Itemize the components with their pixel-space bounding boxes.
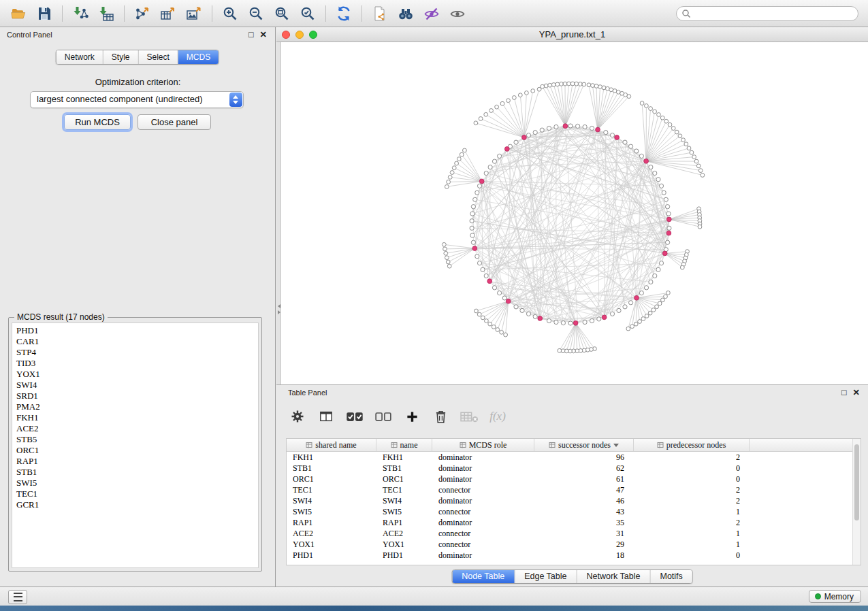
table-row[interactable]: SWI4SWI4dominator462 [287,495,861,506]
add-row-button[interactable] [402,407,422,426]
run-mcds-button[interactable]: Run MCDS [64,114,131,130]
toolbar-separator [124,5,125,22]
criterion-dropdown[interactable]: largest connected component (undirected) [30,91,244,108]
column-header-shared-name[interactable]: shared name [287,439,376,451]
hide-graphics-details-icon[interactable] [420,3,443,24]
mcds-node-item[interactable]: SRD1 [12,391,258,401]
mcds-node-item[interactable]: STP4 [12,347,258,358]
show-graphics-details-icon[interactable] [446,3,469,24]
close-panel-icon[interactable]: ✕ [260,30,267,39]
clear-table-button[interactable] [459,407,479,426]
toggle-columns-button[interactable] [316,407,336,426]
close-panel-button[interactable]: Close panel [138,114,211,130]
float-panel-icon[interactable]: □ [248,30,254,39]
close-table-panel-icon[interactable]: ✕ [853,388,860,397]
toolbar-separator [212,5,212,22]
column-header-successor-nodes[interactable]: successor nodes [534,439,634,451]
tab-network-table[interactable]: Network Table [577,570,651,583]
search-input[interactable] [676,6,858,21]
zoom-fit-icon[interactable] [270,3,293,24]
memory-button[interactable]: Memory [809,590,861,603]
tab-motifs[interactable]: Motifs [650,570,692,583]
zoom-in-icon[interactable] [219,3,242,24]
mcds-node-item[interactable]: PMA2 [12,401,258,412]
import-network-icon[interactable] [69,3,92,24]
cell-successor-nodes: 96 [534,452,634,463]
zoom-out-icon[interactable] [244,3,268,24]
mcds-node-item[interactable]: STB5 [12,434,258,445]
save-session-icon[interactable] [33,3,56,24]
cell-shared-name: YOX1 [287,539,376,550]
table-row[interactable]: RAP1RAP1dominator352 [287,517,861,528]
cell-name: TEC1 [376,484,432,495]
table-row[interactable]: YOX1YOX1connector291 [287,539,861,550]
tab-edge-table[interactable]: Edge Table [515,570,577,583]
column-header-name[interactable]: name [376,439,432,451]
status-bar: Memory [0,587,868,606]
column-type-icon [460,442,466,448]
delete-rows-button[interactable] [430,407,451,426]
cell-shared-name: PHD1 [287,550,376,561]
tab-select[interactable]: Select [139,50,178,64]
refresh-icon[interactable] [332,3,355,24]
mcds-node-item[interactable]: TID3 [12,358,258,369]
criterion-value: largest connected component (undirected) [31,92,243,106]
function-builder-button[interactable]: f(x) [487,407,508,426]
table-settings-button[interactable] [287,407,308,426]
mcds-node-item[interactable]: SWI4 [12,380,258,391]
tab-network[interactable]: Network [57,50,103,64]
scrollbar-thumb[interactable] [854,444,859,521]
network-window-titlebar[interactable]: YPA_prune.txt_1 [276,27,868,42]
tab-node-table[interactable]: Node Table [452,570,515,583]
deselect-all-rows-button[interactable] [373,407,393,426]
table-row[interactable]: FKH1FKH1dominator962 [287,452,861,463]
mcds-node-item[interactable]: PHD1 [12,325,258,336]
cell-successor-nodes: 35 [534,517,634,528]
open-document-icon[interactable] [368,3,391,24]
mcds-node-item[interactable]: TEC1 [12,489,258,499]
mcds-node-item[interactable]: YOX1 [12,369,258,380]
column-header-predecessor-nodes[interactable]: predecessor nodes [634,439,750,451]
cell-filler [750,528,861,539]
status-menu-button[interactable] [8,590,27,604]
toolbar-separator [361,5,362,22]
table-row[interactable]: PHD1PHD1dominator180 [287,550,861,561]
table-row[interactable]: ACE2ACE2connector311 [287,528,861,539]
table-scrollbar[interactable] [852,439,861,565]
table-panel: Table Panel □ ✕ f(x) shared namenameMCDS… [276,384,868,587]
float-table-panel-icon[interactable]: □ [841,388,847,397]
table-row[interactable]: STB1STB1dominator620 [287,463,861,474]
zoom-selected-icon[interactable] [296,3,319,24]
export-image-icon[interactable] [182,3,206,24]
table-row[interactable]: SWI5SWI5connector431 [287,506,861,517]
mcds-node-item[interactable]: RAP1 [12,456,258,467]
select-all-rows-button[interactable] [344,407,365,426]
export-network-icon[interactable] [131,3,154,24]
mcds-node-item[interactable]: CAR1 [12,336,258,347]
cell-shared-name: FKH1 [287,452,376,463]
import-table-icon[interactable] [95,3,118,24]
mcds-node-item[interactable]: GCR1 [12,499,258,510]
mcds-node-item[interactable]: ACE2 [12,423,258,434]
cell-predecessor-nodes: 1 [634,528,750,539]
tab-style[interactable]: Style [103,50,139,64]
mcds-node-item[interactable]: SWI5 [12,478,258,489]
cell-successor-nodes: 31 [534,528,634,539]
toolbar-separator [62,5,63,22]
column-type-icon [391,442,398,448]
network-view[interactable] [281,42,868,384]
open-session-icon[interactable] [7,3,30,24]
splitter-collapse-icon[interactable] [276,304,281,314]
table-row[interactable]: ORC1ORC1dominator610 [287,474,861,484]
tab-mcds[interactable]: MCDS [178,50,219,64]
mcds-node-item[interactable]: STB1 [12,467,258,478]
export-table-icon[interactable] [157,3,180,24]
mcds-node-item[interactable]: ORC1 [12,445,258,456]
column-header-mcds-role[interactable]: MCDS role [432,439,534,451]
table-row[interactable]: TEC1TEC1connector472 [287,484,861,495]
search-network-icon[interactable] [394,3,417,24]
control-panel-tabs: NetworkStyleSelectMCDS [56,50,219,65]
mcds-node-item[interactable]: FKH1 [12,412,258,423]
panel-splitter[interactable] [276,42,281,384]
column-type-icon [657,442,664,448]
